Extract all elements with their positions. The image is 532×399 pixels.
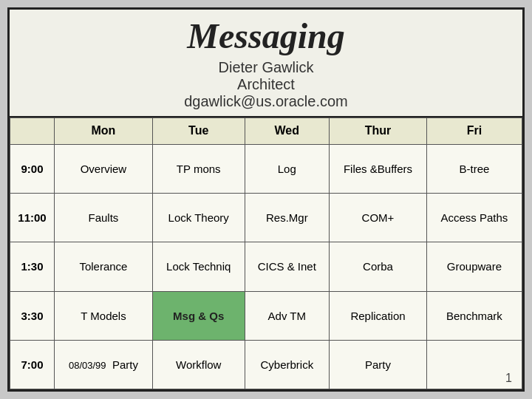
cell-fri: Benchmark [426, 291, 522, 340]
schedule-table: Mon Tue Wed Thur Fri 9:00 Overview TP mo… [10, 117, 522, 389]
cell-thur: COM+ [330, 194, 427, 242]
time-cell: 3:30 [10, 291, 55, 340]
date-prefix: 08/03/99 [69, 360, 106, 371]
header-row: Mon Tue Wed Thur Fri [10, 117, 522, 144]
time-cell: 1:30 [10, 242, 55, 291]
cell-thur: Party [330, 340, 427, 389]
col-header-wed: Wed [245, 117, 330, 144]
cell-mon: Overview [55, 144, 153, 193]
cell-wed: CICS & Inet [245, 242, 330, 291]
table-row: 7:00 08/03/99 Party Workflow Cyberbrick … [10, 340, 522, 389]
table-row: 3:30 T Models Msg & Qs Adv TM Replicatio… [10, 291, 522, 340]
time-cell: 7:00 [10, 340, 55, 389]
col-header-time [10, 117, 55, 144]
cell-thur: Corba [330, 242, 427, 291]
cell-tue: Workflow [152, 340, 245, 389]
cell-fri: B-tree [426, 144, 522, 193]
table-row: 9:00 Overview TP mons Log Files &Buffers… [10, 144, 522, 193]
cell-wed: Log [245, 144, 330, 193]
main-title: Messaging [24, 17, 508, 56]
col-header-tue: Tue [152, 117, 245, 144]
cell-tue: Lock Techniq [152, 242, 245, 291]
col-header-fri: Fri [426, 117, 522, 144]
page-number: 1 [505, 372, 512, 385]
cell-mon: T Models [55, 291, 153, 340]
cell-tue-highlight: Msg & Qs [152, 291, 245, 340]
cell-mon: Faults [55, 194, 153, 242]
presenter-name: Dieter Gawlick [24, 59, 508, 76]
col-header-mon: Mon [55, 117, 153, 144]
table-row: 11:00 Faults Lock Theory Res.Mgr COM+ Ac… [10, 194, 522, 242]
presenter-role: Architect [24, 76, 508, 93]
mon-party: Party [112, 358, 138, 371]
cell-thur: Replication [330, 291, 427, 340]
time-cell: 11:00 [10, 194, 55, 242]
time-cell: 9:00 [10, 144, 55, 193]
col-header-thur: Thur [330, 117, 427, 144]
cell-wed: Cyberbrick [245, 340, 330, 389]
presenter-email: dgawlick@us.oracle.com [24, 93, 508, 110]
cell-tue: Lock Theory [152, 194, 245, 242]
cell-wed: Res.Mgr [245, 194, 330, 242]
cell-wed: Adv TM [245, 291, 330, 340]
cell-mon-footer: 08/03/99 Party [55, 340, 153, 389]
cell-fri: Access Paths [426, 194, 522, 242]
header-section: Messaging Dieter Gawlick Architect dgawl… [10, 10, 522, 117]
cell-tue: TP mons [152, 144, 245, 193]
cell-thur: Files &Buffers [330, 144, 427, 193]
slide: Messaging Dieter Gawlick Architect dgawl… [7, 7, 525, 392]
cell-mon: Tolerance [55, 242, 153, 291]
table-row: 1:30 Tolerance Lock Techniq CICS & Inet … [10, 242, 522, 291]
cell-fri: Groupware [426, 242, 522, 291]
